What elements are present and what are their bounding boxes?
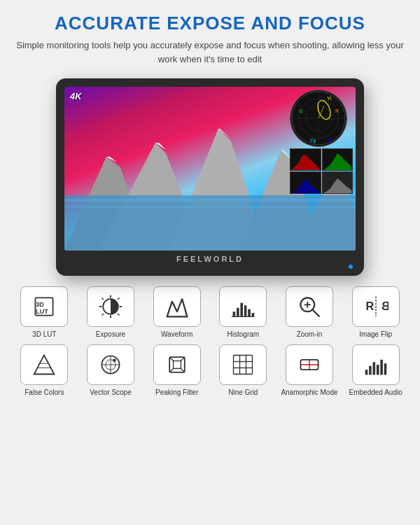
feature-audio: Embedded Audio — [345, 344, 406, 397]
svg-rect-70 — [173, 361, 181, 369]
svg-text:B: B — [382, 300, 388, 312]
svg-point-68 — [113, 358, 116, 362]
hist-white — [322, 172, 354, 194]
feature-imageflip: RBImage Flip — [345, 286, 406, 339]
svg-rect-52 — [252, 313, 255, 316]
feature-vectorscope: Vector Scope — [80, 344, 141, 397]
svg-rect-50 — [244, 305, 247, 316]
subtitle: Simple monitoring tools help you accurat… — [14, 38, 406, 66]
feature-icon-peaking — [153, 344, 201, 385]
histogram-display — [290, 148, 353, 194]
feature-label-audio: Embedded Audio — [349, 388, 402, 397]
features-grid: 3DLUT3D LUT ExposureWaveformHistogramZoo… — [0, 279, 420, 404]
monitor-brand: FEELWORLD — [64, 255, 356, 263]
main-title: ACCURATE EXPOSE AND FOCUS — [14, 13, 406, 34]
svg-rect-88 — [384, 363, 386, 374]
feature-exposure: Exposure — [80, 286, 141, 339]
svg-text:R: R — [365, 300, 374, 312]
svg-text:Cy: Cy — [310, 138, 316, 144]
feature-icon-falsecolors — [20, 344, 68, 385]
feature-icon-waveform — [153, 286, 201, 327]
feature-3dlut: 3DLUT3D LUT — [14, 286, 75, 339]
power-led — [349, 265, 353, 269]
svg-marker-61 — [34, 356, 55, 374]
svg-rect-87 — [380, 360, 383, 375]
feature-falsecolors: False Colors — [14, 344, 75, 397]
feature-label-3dlut: 3D LUT — [32, 330, 56, 339]
monitor-screen: 4K Yl R G Cy — [64, 87, 356, 251]
svg-line-45 — [102, 314, 104, 316]
feature-label-histogram: Histogram — [227, 330, 260, 339]
svg-rect-48 — [237, 308, 239, 317]
svg-text:G: G — [299, 108, 302, 113]
feature-icon-imageflip: RB — [352, 286, 400, 327]
svg-rect-15 — [64, 206, 356, 208]
feature-icon-audio — [352, 344, 400, 385]
feature-label-vectorscope: Vector Scope — [90, 388, 131, 397]
svg-text:Yl: Yl — [327, 96, 332, 101]
scope-overlay: Yl R G Cy B — [290, 90, 353, 194]
feature-histogram: Histogram — [213, 286, 274, 339]
svg-marker-29 — [323, 153, 351, 170]
hist-green — [322, 148, 354, 171]
svg-rect-85 — [372, 362, 375, 374]
svg-marker-31 — [323, 178, 351, 193]
feature-label-exposure: Exposure — [96, 330, 125, 339]
feature-label-peaking: Peaking Filter — [155, 388, 198, 397]
svg-marker-30 — [291, 179, 319, 193]
feature-icon-vectorscope — [87, 344, 134, 385]
svg-marker-28 — [291, 155, 319, 170]
feature-icon-ninegrid — [219, 344, 267, 385]
feature-waveform: Waveform — [146, 286, 207, 339]
feature-icon-exposure — [87, 286, 134, 327]
svg-rect-51 — [248, 309, 251, 317]
svg-rect-83 — [365, 370, 368, 374]
badge-4k: 4K — [70, 91, 82, 102]
monitor: 4K Yl R G Cy — [56, 78, 364, 276]
svg-rect-75 — [234, 356, 253, 374]
feature-label-zoomin: Zoom-in — [297, 330, 323, 339]
vectorscope-svg: Yl R G Cy B — [290, 90, 346, 146]
feature-label-falsecolors: False Colors — [24, 388, 64, 397]
svg-text:LUT: LUT — [36, 308, 49, 315]
svg-rect-47 — [233, 312, 236, 316]
feature-label-imageflip: Image Flip — [359, 330, 392, 339]
feature-icon-histogram — [219, 286, 267, 327]
svg-rect-86 — [377, 365, 379, 374]
vectorscope-display: Yl R G Cy B — [290, 90, 347, 147]
svg-text:3D: 3D — [36, 301, 45, 308]
svg-marker-46 — [167, 299, 187, 316]
svg-line-44 — [118, 298, 120, 300]
svg-line-42 — [102, 298, 104, 300]
feature-icon-anamorphic — [286, 344, 333, 385]
svg-line-43 — [118, 314, 120, 316]
svg-text:B: B — [328, 138, 332, 143]
feature-label-anamorphic: Anamorphic Mode — [281, 388, 337, 397]
feature-label-ninegrid: Nine Grid — [228, 388, 258, 397]
feature-icon-3dlut: 3DLUT — [20, 286, 68, 327]
feature-peaking: Peaking Filter — [146, 344, 207, 397]
feature-zoomin: Zoom-in — [279, 286, 340, 339]
svg-rect-13 — [64, 195, 356, 251]
feature-ninegrid: Nine Grid — [213, 344, 274, 397]
svg-rect-14 — [64, 199, 356, 202]
monitor-container: 4K Yl R G Cy — [0, 71, 420, 279]
feature-label-waveform: Waveform — [161, 330, 192, 339]
feature-icon-zoomin — [286, 286, 333, 327]
svg-text:R: R — [335, 108, 339, 113]
feature-anamorphic: Anamorphic Mode — [279, 344, 340, 397]
svg-rect-84 — [369, 366, 372, 375]
hist-red — [290, 148, 321, 171]
svg-rect-49 — [241, 303, 244, 317]
svg-line-55 — [312, 310, 319, 317]
screen-content: 4K Yl R G Cy — [64, 87, 356, 251]
header: ACCURATE EXPOSE AND FOCUS Simple monitor… — [0, 0, 420, 71]
hist-blue — [290, 172, 321, 194]
